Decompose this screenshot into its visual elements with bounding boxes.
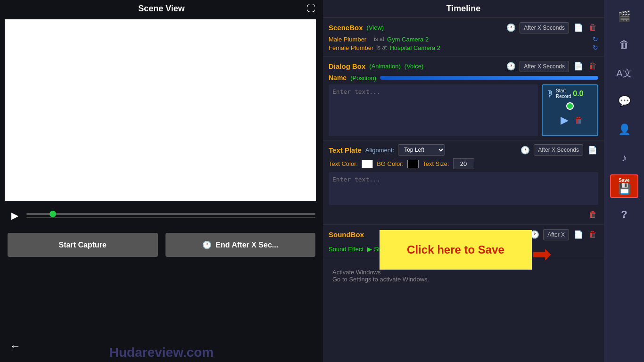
scene-box-view-link[interactable]: (View) (367, 24, 384, 31)
record-top: 🎙 StartRecord 0.0 (545, 88, 594, 99)
dialog-progress-bar (380, 76, 598, 80)
record-bottom: ▶ 🗑 (557, 113, 583, 128)
text-plate-actions: 🗑 (329, 209, 598, 221)
start-capture-button[interactable]: Start Capture (8, 233, 158, 257)
middle-panel: Timeline SceneBox (View) 🕐 After X Secon… (323, 0, 604, 362)
save-icon: 💾 (618, 183, 631, 195)
record-delete-button[interactable]: 🗑 (575, 115, 583, 125)
dialog-text-input[interactable] (329, 84, 538, 136)
playback-controls: ▶ (0, 203, 323, 228)
sidebar-help-button[interactable]: ? (610, 203, 638, 226)
back-arrow-button[interactable]: ← (9, 339, 21, 353)
arrow-right: ➡ (532, 240, 552, 268)
delete-button-scene[interactable]: 🗑 (588, 22, 598, 33)
start-record-label: StartRecord (556, 88, 571, 99)
text-icon: A文 (616, 67, 632, 80)
after-x-seconds-button-scene[interactable]: After X Seconds (520, 22, 569, 33)
text-plate-textarea[interactable] (329, 172, 598, 205)
end-after-label: End After X Sec... (215, 241, 278, 249)
scene-view-title: Scene View (138, 4, 185, 14)
timeline-track[interactable] (26, 213, 315, 215)
sidebar-camera-button[interactable]: 🎬 (610, 5, 638, 28)
bg-color-swatch[interactable] (407, 160, 419, 168)
text-color-label: Text Color: (329, 160, 358, 167)
scene-box-row2: Male Plumber is at Gym Camera 2 ↻ (329, 35, 598, 43)
after-x-seconds-button-text-plate[interactable]: After X Seconds (534, 144, 583, 156)
play-button[interactable]: ▶ (8, 208, 22, 222)
watermark: Hudareview.com (0, 343, 323, 362)
music-icon: ♪ (622, 152, 627, 164)
click-here-text: Click here to Save (407, 243, 504, 256)
hospital-camera-label: Hospital Camera 2 (389, 44, 440, 51)
text-plate-label: Text Plate (329, 146, 362, 154)
clock-icon-scene: 🕐 (506, 23, 516, 32)
delete-top-icon: 🗑 (619, 39, 629, 51)
sidebar-user-button[interactable]: 👤 (610, 118, 638, 141)
delete-button-dialog[interactable]: 🗑 (588, 60, 598, 72)
record-dot[interactable] (566, 102, 574, 110)
alignment-select[interactable]: Top Left Top Center Top Right Center Bot… (398, 144, 445, 156)
sidebar-delete-button[interactable]: 🗑 (610, 33, 638, 57)
scene-box-section: SceneBox (View) 🕐 After X Seconds 📄 🗑 Ma… (323, 18, 604, 57)
male-plumber-label: Male Plumber (329, 36, 371, 43)
save-label: Save (619, 178, 629, 183)
text-size-input[interactable]: 20 (453, 158, 474, 169)
delete-button-text-plate[interactable]: 🗑 (588, 209, 598, 221)
mic-icon: 🎙 (545, 89, 554, 99)
text-color-swatch[interactable] (362, 160, 373, 168)
record-value: 0.0 (573, 90, 583, 98)
timeline-dot (50, 211, 56, 217)
position-link[interactable]: (Position) (350, 74, 376, 82)
after-x-button-sound[interactable]: After X (543, 229, 569, 240)
dialog-row2: Name (Position) (329, 74, 598, 82)
timeline-header: Timeline (323, 0, 604, 18)
timeline-title: Timeline (446, 4, 481, 13)
play-icon: ▶ (11, 210, 18, 221)
user-icon: 👤 (618, 123, 631, 136)
right-sidebar: 🎬 🗑 A文 💬 👤 ♪ Save 💾 ? (604, 0, 644, 362)
click-here-overlay: Click here to Save (380, 230, 532, 270)
scene-box-row1: SceneBox (View) 🕐 After X Seconds 📄 🗑 (329, 22, 598, 33)
text-size-label: Text Size: (422, 160, 449, 167)
save-button[interactable]: Save 💾 (610, 174, 638, 198)
copy-button-dialog[interactable]: 📄 (573, 61, 584, 72)
voice-link[interactable]: (Voice) (405, 63, 423, 70)
record-panel: 🎙 StartRecord 0.0 ▶ 🗑 (542, 84, 598, 136)
female-plumber-label: Female Plumber (329, 44, 373, 51)
scene-canvas (5, 19, 316, 201)
after-x-seconds-button-dialog[interactable]: After X Seconds (520, 61, 569, 72)
scene-view-header: Scene View ⛶ (0, 0, 323, 17)
refresh-icon-2[interactable]: ↻ (593, 44, 598, 51)
clock-icon-dialog: 🕐 (506, 62, 516, 71)
text-plate-row2: Text Color: BG Color: Text Size: 20 (329, 158, 598, 169)
dialog-row1: Dialog Box (Animation) (Voice) 🕐 After X… (329, 60, 598, 72)
sidebar-chat-button[interactable]: 💬 (610, 90, 638, 113)
copy-button-text-plate[interactable]: 📄 (587, 145, 598, 156)
text-plate-row1: Text Plate Alignment: Top Left Top Cente… (329, 144, 598, 156)
alignment-label: Alignment: (365, 147, 394, 154)
camera-icon: 🎬 (618, 10, 631, 23)
clock-icon-text-plate: 🕐 (520, 146, 530, 155)
gym-camera-label: Gym Camera 2 (387, 36, 429, 43)
activate-windows-text: Activate WindowsGo to Settings to activa… (332, 269, 429, 283)
play-icon-sound: ▶ (367, 246, 372, 253)
animation-link[interactable]: (Animation) (369, 63, 400, 70)
text-plate-section: Text Plate Alignment: Top Left Top Cente… (323, 140, 604, 225)
end-after-button[interactable]: 🕐 End After X Sec... (165, 233, 316, 257)
sidebar-music-button[interactable]: ♪ (610, 146, 638, 170)
sidebar-text-button[interactable]: A文 (610, 61, 638, 85)
is-at-label-1: is at (374, 36, 384, 42)
scene-box-label: SceneBox (329, 24, 363, 32)
timeline-slider-container (26, 213, 315, 218)
dialog-box-label: Dialog Box (329, 62, 365, 70)
refresh-icon-1[interactable]: ↻ (593, 35, 598, 43)
name-label: Name (329, 74, 347, 82)
delete-button-sound[interactable]: 🗑 (588, 229, 598, 240)
expand-icon[interactable]: ⛶ (307, 4, 315, 14)
help-icon: ? (621, 208, 627, 221)
sound-box-label: SoundBox (329, 230, 364, 239)
sound-effect-label: Sound Effect (329, 246, 363, 253)
copy-button-sound[interactable]: 📄 (573, 229, 584, 240)
copy-button-scene[interactable]: 📄 (573, 22, 584, 33)
record-play-button[interactable]: ▶ (557, 113, 572, 128)
